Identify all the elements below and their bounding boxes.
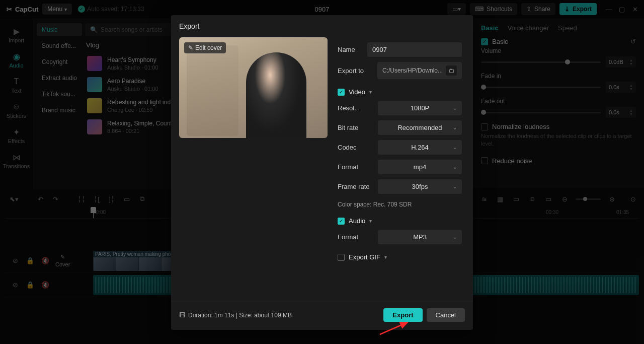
chevron-icon[interactable]: ▾ bbox=[384, 254, 387, 260]
gif-section-header: Export GIF ▾ bbox=[338, 253, 462, 261]
bitrate-label: Bit rate bbox=[338, 124, 373, 131]
chevron-down-icon: ⌄ bbox=[453, 125, 457, 130]
codec-label: Codec bbox=[338, 144, 373, 151]
exportto-label: Export to bbox=[338, 67, 372, 75]
name-label: Name bbox=[338, 46, 362, 53]
audio-section-label: Audio bbox=[349, 217, 365, 225]
gif-checkbox[interactable] bbox=[338, 254, 345, 261]
modal-footer: 🎞 Duration: 1m 11s | Size: about 109 MB … bbox=[171, 302, 473, 330]
codec-dropdown[interactable]: H.264⌄ bbox=[378, 140, 462, 155]
export-confirm-button[interactable]: Export bbox=[383, 308, 422, 322]
bitrate-dropdown[interactable]: Recommended⌄ bbox=[378, 120, 462, 135]
cancel-button[interactable]: Cancel bbox=[427, 308, 465, 322]
browse-folder-button[interactable]: 🗀 bbox=[446, 65, 457, 76]
video-checkbox[interactable]: ✓ bbox=[338, 89, 345, 96]
chevron-icon[interactable]: ▾ bbox=[369, 89, 372, 95]
bitrate-row: Bit rate Recommended⌄ bbox=[338, 120, 462, 135]
resolution-row: Resol... 1080P⌄ bbox=[338, 101, 462, 115]
colorspace-info: Color space: Rec. 709 SDR bbox=[338, 201, 462, 208]
framerate-dropdown[interactable]: 30fps⌄ bbox=[378, 179, 462, 194]
exportto-path: C:/Users/HP/Downlo... 🗀 bbox=[377, 62, 462, 79]
duration-info: 🎞 Duration: 1m 11s | Size: about 109 MB bbox=[179, 312, 292, 319]
chevron-down-icon: ⌄ bbox=[453, 234, 457, 240]
exportto-row: Export to C:/Users/HP/Downlo... 🗀 bbox=[338, 62, 462, 79]
format-label: Format bbox=[338, 163, 373, 171]
codec-row: Codec H.264⌄ bbox=[338, 140, 462, 155]
chevron-icon[interactable]: ▾ bbox=[369, 218, 372, 224]
video-section-header: ✓ Video ▾ bbox=[338, 88, 462, 96]
name-row: Name bbox=[338, 42, 462, 57]
format-row: Format mp4⌄ bbox=[338, 160, 462, 174]
film-icon: 🎞 bbox=[179, 312, 185, 319]
audio-format-label: Format bbox=[338, 233, 373, 241]
chevron-down-icon: ⌄ bbox=[453, 164, 457, 170]
audio-format-row: Format MP3⌄ bbox=[338, 230, 462, 244]
gif-section-label: Export GIF bbox=[349, 253, 380, 261]
edit-cover-button[interactable]: ✎Edit cover bbox=[184, 42, 226, 53]
framerate-label: Frame rate bbox=[338, 183, 373, 190]
pencil-icon: ✎ bbox=[188, 44, 193, 51]
export-modal: Export ✎Edit cover Name Export to C:/Use… bbox=[171, 15, 473, 330]
format-dropdown[interactable]: mp4⌄ bbox=[378, 160, 462, 174]
resolution-dropdown[interactable]: 1080P⌄ bbox=[378, 101, 462, 115]
chevron-down-icon: ⌄ bbox=[453, 184, 457, 189]
audio-checkbox[interactable]: ✓ bbox=[338, 218, 345, 225]
video-section-label: Video bbox=[349, 88, 365, 96]
audio-format-dropdown[interactable]: MP3⌄ bbox=[378, 230, 462, 244]
modal-title: Export bbox=[171, 15, 473, 37]
modal-body: ✎Edit cover Name Export to C:/Users/HP/D… bbox=[171, 37, 473, 302]
resolution-label: Resol... bbox=[338, 104, 373, 112]
name-input[interactable] bbox=[367, 42, 462, 57]
framerate-row: Frame rate 30fps⌄ bbox=[338, 179, 462, 194]
audio-section-header: ✓ Audio ▾ bbox=[338, 217, 462, 225]
footer-buttons: Export Cancel bbox=[383, 308, 465, 322]
exportto-value: C:/Users/HP/Downlo... bbox=[382, 67, 443, 74]
chevron-down-icon: ⌄ bbox=[453, 145, 457, 150]
modal-left: ✎Edit cover bbox=[179, 37, 328, 302]
cover-preview: ✎Edit cover bbox=[179, 37, 328, 138]
chevron-down-icon: ⌄ bbox=[453, 105, 457, 111]
modal-form: Name Export to C:/Users/HP/Downlo... 🗀 ✓… bbox=[338, 37, 465, 302]
